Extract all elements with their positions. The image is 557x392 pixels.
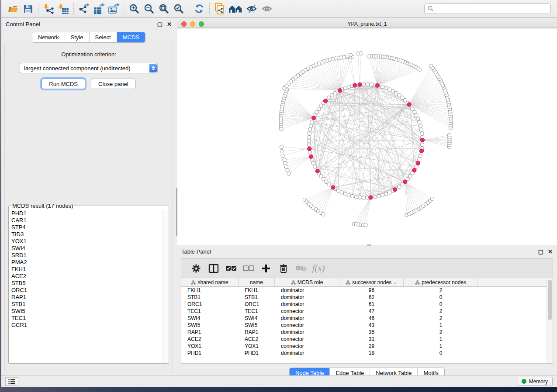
mcds-result-item[interactable]: SWI4 [9,245,162,252]
table-row[interactable]: ACE2ACE2connector311 [181,336,547,343]
search-box[interactable] [424,3,551,14]
status-menu-button[interactable] [5,377,18,386]
table-row[interactable]: ORC1ORC1dominator610 [181,301,547,308]
window-minimize-icon[interactable] [190,21,195,27]
memory-status-icon [522,379,526,384]
sort-descending-icon: ⌄ [393,280,397,285]
deselect-all-rows-icon[interactable] [240,261,257,276]
table-panel-title: Table Panel [181,248,211,255]
table-row[interactable]: SWI4SWI4dominator462 [181,315,547,322]
mcds-result-list[interactable]: PHD1CAR1STP4TID3YOX1SWI4SRD1PMA2FKH1ACE2… [9,210,162,363]
tab-mcds[interactable]: MCDS [117,32,145,42]
mcds-result-item[interactable]: PMA2 [9,259,162,266]
table-cell: 96 [339,287,404,293]
column-attribute-icon [415,280,420,285]
import-network-icon[interactable] [41,2,56,15]
table-scrollbar-thumb[interactable] [548,280,552,320]
export-image-icon[interactable] [106,2,121,15]
tab-network[interactable]: Network [32,32,65,42]
table-cell: ACE2 [181,336,239,342]
column-header-successor-nodes[interactable]: successor nodes⌄ [339,278,404,286]
mcds-result-item[interactable]: RAP1 [9,294,162,301]
mcds-result-item[interactable]: FKH1 [9,266,162,273]
column-label: shared name [197,279,228,285]
table-row[interactable]: SWI5SWI5connector431 [181,322,547,329]
delete-column-icon[interactable] [275,261,292,276]
table-row[interactable]: FKH1FKH1dominator962 [181,287,547,294]
table-cell: TEC1 [239,308,275,314]
tab-select[interactable]: Select [90,32,117,42]
table-cell: 2 [404,329,478,335]
show-all-icon[interactable] [259,2,274,15]
mcds-result-item[interactable]: GCR1 [9,322,162,329]
mcds-list-scrollbar[interactable] [163,210,168,363]
run-mcds-button[interactable]: Run MCDS [42,79,85,89]
tab-style[interactable]: Style [65,32,90,42]
float-panel-icon[interactable]: ▢ [157,21,163,27]
new-network-from-selection-icon[interactable] [212,2,227,15]
first-neighbors-icon[interactable] [227,2,245,15]
zoom-selected-icon[interactable] [171,2,186,15]
mcds-result-item[interactable]: STB5 [9,280,162,287]
window-maximize-icon[interactable] [199,21,204,27]
table-cell: dominator [275,301,339,307]
table-cell: TEC1 [181,308,239,314]
mcds-result-item[interactable]: ORC1 [9,287,162,294]
show-columns-icon[interactable] [205,261,222,276]
table-cell: SWI4 [239,315,275,321]
table-row[interactable]: TEC1TEC1connector472 [181,308,547,315]
control-panel-title: Control Panel [6,21,40,28]
mcds-result-item[interactable]: ACE2 [9,273,162,280]
mcds-result-item[interactable]: STB1 [9,301,162,308]
column-header-shared-name[interactable]: shared name [181,278,239,286]
close-panel-icon[interactable]: ✕ [548,249,553,254]
import-table-icon[interactable] [56,2,71,15]
mcds-result-item[interactable]: SWI5 [9,308,162,315]
close-panel-button[interactable]: Close panel [91,79,136,89]
export-network-icon[interactable] [76,2,91,15]
window-close-icon[interactable] [181,21,187,27]
column-label: successor nodes [352,279,391,285]
mcds-result-item[interactable]: TID3 [9,231,162,238]
table-cell: connector [275,322,339,328]
column-header-predecessor-nodes[interactable]: predecessor nodes [404,278,478,286]
table-row[interactable]: PHD1PHD1dominator180 [181,350,547,357]
zoom-out-icon[interactable] [142,2,156,15]
memory-button[interactable]: Memory [518,377,553,386]
table-row[interactable]: YOX1YOX1connector291 [181,343,547,350]
mcds-result-item[interactable]: YOX1 [9,238,162,245]
zoom-in-icon[interactable] [127,2,142,15]
mcds-result-item[interactable]: STP4 [9,224,162,231]
column-header-name[interactable]: name [239,278,275,286]
mcds-result-item[interactable]: CAR1 [9,217,162,224]
table-cell: 0 [404,301,478,307]
float-panel-icon[interactable]: ▢ [538,249,543,254]
table-cell: dominator [275,315,339,321]
save-session-icon[interactable] [21,2,35,15]
refresh-layout-icon[interactable] [192,2,207,15]
table-row[interactable]: STB1STB1dominator620 [181,294,547,301]
settings-gear-icon[interactable] [187,261,205,276]
mcds-result-item[interactable]: PHD1 [9,210,162,217]
add-column-icon[interactable] [257,261,275,276]
search-input[interactable] [434,6,548,12]
network-canvas[interactable] [177,29,557,245]
main-toolbar [1,0,557,18]
open-session-icon[interactable] [6,2,21,15]
hide-selected-icon[interactable] [245,2,259,15]
mcds-result-item[interactable]: TEC1 [9,315,162,322]
table-cell: FKH1 [181,287,239,293]
mcds-result-item[interactable]: SRD1 [9,252,162,259]
table-cell: 29 [339,343,404,349]
close-panel-icon[interactable]: ✕ [167,21,172,27]
optimization-criterion-select[interactable]: largest connected component (undirected) [20,63,158,73]
select-all-rows-icon[interactable] [222,261,240,276]
list-menu-icon [8,379,15,385]
table-panel-header: Table Panel ▢ ✕ [177,246,557,257]
zoom-fit-icon[interactable] [156,2,171,15]
table-scrollbar[interactable] [547,278,553,363]
export-table-icon[interactable] [91,2,106,15]
table-row[interactable]: RAP1RAP1dominator352 [181,329,547,336]
column-label: name [250,279,263,285]
column-header-MCDS-role[interactable]: MCDS role [275,278,339,286]
